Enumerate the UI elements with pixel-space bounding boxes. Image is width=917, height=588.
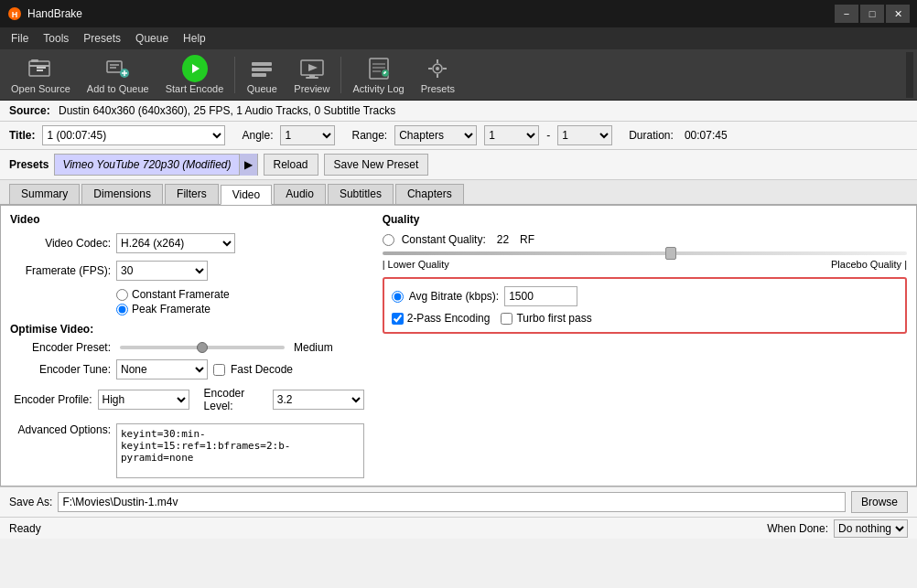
quality-labels: | Lower Quality Placebo Quality |	[383, 259, 907, 270]
avg-bitrate-row: Avg Bitrate (kbps):	[392, 286, 898, 306]
queue-button[interactable]: Queue	[239, 52, 285, 98]
peak-framerate-radio[interactable]	[116, 304, 128, 315]
encoder-profile-label: Encoder Profile:	[10, 393, 92, 406]
avg-bitrate-label: Avg Bitrate (kbps):	[409, 290, 499, 303]
chapter-dash: -	[546, 129, 550, 142]
video-section-title: Video	[10, 213, 364, 226]
chapter-to-select[interactable]: 1	[557, 125, 612, 145]
menu-presets[interactable]: Presets	[76, 30, 128, 47]
menu-file[interactable]: File	[4, 30, 36, 47]
tab-summary[interactable]: Summary	[9, 184, 80, 204]
video-codec-row: Video Codec: H.264 (x264)	[10, 233, 364, 253]
maximize-button[interactable]: □	[860, 5, 884, 23]
browse-button[interactable]: Browse	[851, 491, 908, 513]
menu-help[interactable]: Help	[176, 30, 213, 47]
svg-marker-13	[192, 64, 200, 73]
toolbar-sep-1	[234, 57, 235, 93]
encoder-level-label: Encoder Level:	[204, 387, 264, 412]
title-label: Title:	[9, 129, 35, 142]
add-to-queue-button[interactable]: Add to Queue	[80, 52, 156, 98]
fast-decode-checkbox[interactable]	[213, 364, 225, 376]
framerate-radio-group: Constant Framerate Peak Framerate	[116, 288, 364, 315]
queue-label: Queue	[247, 83, 277, 94]
quality-panel: Quality Constant Quality: 22 RF | Lower …	[383, 213, 907, 478]
reload-button[interactable]: Reload	[264, 154, 318, 176]
save-as-bar: Save As: Browse	[0, 486, 917, 517]
video-panel: Video Video Codec: H.264 (x264) Framerat…	[10, 213, 364, 478]
svg-rect-15	[252, 68, 272, 71]
presets-arrow[interactable]: ▶	[239, 154, 257, 176]
menu-tools[interactable]: Tools	[36, 30, 76, 47]
tab-video[interactable]: Video	[221, 185, 272, 205]
svg-marker-20	[308, 64, 318, 71]
save-new-preset-button[interactable]: Save New Preset	[324, 154, 429, 176]
start-encode-icon	[182, 56, 208, 81]
menu-queue[interactable]: Queue	[128, 30, 176, 47]
quality-thumb[interactable]	[665, 247, 676, 260]
open-source-button[interactable]: Open Source	[4, 52, 78, 98]
encoder-preset-label: Encoder Preset:	[10, 341, 111, 354]
lower-quality-label: | Lower Quality	[383, 259, 449, 270]
encoder-preset-track[interactable]	[120, 346, 285, 349]
presets-row: Presets Vimeo YouTube 720p30 (Modified) …	[0, 150, 917, 180]
range-select[interactable]: Chapters	[394, 125, 477, 145]
chapter-from-select[interactable]: 1	[484, 125, 539, 145]
peak-framerate-label: Peak Framerate	[132, 303, 210, 315]
tab-subtitles[interactable]: Subtitles	[328, 184, 394, 204]
turbo-first-pass-checkbox[interactable]	[501, 313, 512, 325]
save-as-label: Save As:	[9, 496, 52, 508]
open-source-icon	[27, 56, 53, 81]
window-controls: − □ ✕	[835, 5, 910, 23]
avg-bitrate-radio[interactable]	[392, 291, 404, 303]
menu-bar: File Tools Presets Queue Help	[0, 27, 917, 49]
svg-rect-14	[252, 62, 272, 66]
optimise-title: Optimise Video:	[10, 323, 364, 336]
app-icon: H	[7, 6, 22, 21]
when-done-select[interactable]: Do nothing	[834, 519, 908, 538]
quality-slider-container	[383, 251, 907, 255]
source-label: Source:	[9, 104, 50, 117]
encoder-tune-select[interactable]: None	[116, 359, 208, 380]
presets-label: Presets	[421, 83, 455, 94]
tab-chapters[interactable]: Chapters	[395, 184, 464, 204]
svg-rect-6	[37, 69, 43, 71]
presets-combo[interactable]: Vimeo YouTube 720p30 (Modified) ▶	[54, 154, 257, 176]
svg-rect-5	[37, 67, 46, 69]
quality-slider[interactable]	[383, 251, 907, 255]
encoder-level-select[interactable]: 3.2	[273, 390, 364, 410]
constant-framerate-radio[interactable]	[116, 289, 128, 301]
presets-row-label: Presets	[9, 158, 49, 171]
title-select[interactable]: 1 (00:07:45)	[42, 125, 225, 145]
tab-audio[interactable]: Audio	[274, 184, 326, 204]
svg-rect-7	[107, 61, 122, 72]
constant-quality-radio[interactable]	[383, 234, 394, 246]
bitrate-input[interactable]	[504, 286, 577, 306]
constant-quality-row: Constant Quality: 22 RF	[383, 233, 907, 246]
advanced-options-textarea[interactable]	[116, 423, 364, 478]
presets-button[interactable]: Presets	[414, 52, 462, 98]
encoding-options-row: 2-Pass Encoding Turbo first pass	[392, 312, 898, 325]
save-as-input[interactable]	[58, 492, 846, 512]
encoder-profile-row: Encoder Profile: High Encoder Level: 3.2	[10, 387, 364, 412]
preview-button[interactable]: Preview	[286, 52, 337, 98]
framerate-select[interactable]: 30	[116, 261, 208, 281]
video-codec-label: Video Codec:	[10, 237, 111, 250]
encoder-preset-thumb[interactable]	[197, 342, 208, 353]
activity-log-button[interactable]: Activity Log	[345, 52, 411, 98]
open-source-label: Open Source	[11, 83, 70, 94]
two-pass-checkbox[interactable]	[392, 313, 404, 325]
tabs-content: Video Video Codec: H.264 (x264) Framerat…	[1, 206, 916, 486]
start-encode-button[interactable]: Start Encode	[158, 52, 232, 98]
close-button[interactable]: ✕	[886, 5, 910, 23]
source-value: Dustin 640x360 (640x360), 25 FPS, 1 Audi…	[59, 104, 395, 117]
tab-filters[interactable]: Filters	[165, 184, 219, 204]
tab-dimensions[interactable]: Dimensions	[81, 184, 163, 204]
encoder-profile-select[interactable]: High	[98, 390, 189, 410]
minimize-button[interactable]: −	[835, 5, 858, 23]
start-encode-label: Start Encode	[166, 83, 224, 94]
preview-label: Preview	[294, 83, 329, 94]
toolbar-scrollbar[interactable]	[906, 52, 913, 98]
angle-select[interactable]: 1	[280, 125, 335, 145]
encoder-tune-row: Encoder Tune: None Fast Decode	[10, 359, 364, 380]
video-codec-select[interactable]: H.264 (x264)	[116, 233, 235, 253]
